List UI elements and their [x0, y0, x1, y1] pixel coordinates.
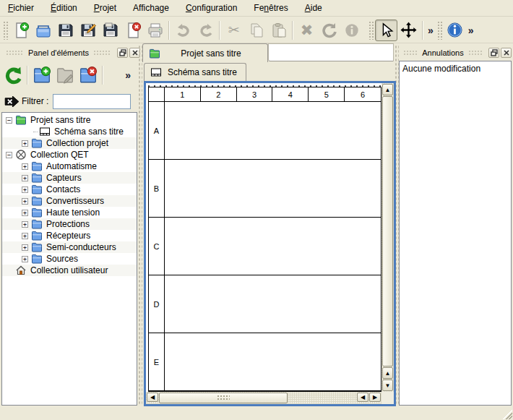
rotate-button[interactable]: [318, 20, 340, 41]
tree-item-protections[interactable]: + Protections: [2, 218, 137, 230]
close-icon: [503, 49, 510, 56]
toolbar-drag-handle[interactable]: [437, 21, 442, 40]
expand-toggle[interactable]: +: [22, 221, 28, 228]
undo-button[interactable]: [172, 20, 194, 41]
schema-icon: [39, 126, 51, 137]
toolbar-drag-handle[interactable]: [3, 21, 8, 40]
scroll-left-button-2[interactable]: ◀: [357, 393, 368, 402]
undo-list-item[interactable]: Aucune modification: [402, 64, 508, 74]
open-project-button[interactable]: [32, 20, 54, 41]
delete-element-button[interactable]: [77, 64, 99, 86]
expand-toggle[interactable]: +: [22, 256, 28, 262]
horizontal-scroll-thumb[interactable]: [159, 393, 288, 403]
toolbar-overflow-chevron[interactable]: »: [466, 25, 476, 36]
tree-item-schema-sans-titre[interactable]: Schéma sans titre: [2, 126, 137, 137]
edit-element-button[interactable]: [54, 64, 76, 86]
scrollbar-corner: [381, 392, 394, 404]
save-as-button[interactable]: [77, 20, 99, 41]
toolbar-overflow-chevron[interactable]: »: [426, 25, 436, 36]
collapse-toggle[interactable]: −: [6, 152, 12, 158]
expand-toggle[interactable]: +: [22, 140, 28, 147]
elements-panel-titlebar[interactable]: Panel d'éléments: [1, 46, 140, 59]
menu-aide[interactable]: Aide: [300, 1, 327, 14]
menu-edition[interactable]: Édition: [46, 1, 82, 14]
vertical-scrollbar[interactable]: ▲ ▲ ▼: [381, 83, 394, 392]
save-floppy-icon: [57, 22, 74, 39]
toolbar-separator: [168, 21, 170, 40]
tree-item-haute-tension[interactable]: + Haute tension: [2, 207, 137, 218]
new-project-button[interactable]: [9, 20, 32, 41]
collapse-toggle[interactable]: −: [6, 117, 12, 124]
tree-item-collection-utilisateur[interactable]: Collection utilisateur: [2, 265, 137, 276]
filter-input[interactable]: [53, 94, 131, 109]
cut-button[interactable]: ✂: [223, 20, 245, 41]
delete-button[interactable]: ✖: [296, 20, 318, 41]
menu-projet[interactable]: Projet: [89, 1, 121, 14]
diagram-canvas[interactable]: 1 2 3 4 5 6 A B C D E: [146, 83, 381, 392]
tree-item-projet-sans-titre[interactable]: − Projet sans titre: [2, 114, 137, 126]
expand-toggle[interactable]: +: [22, 175, 28, 181]
expand-toggle[interactable]: +: [22, 210, 28, 216]
info-gray-icon: [344, 22, 360, 38]
scroll-up-button[interactable]: ▲: [382, 84, 393, 95]
undo-panel-titlebar[interactable]: Annulations: [399, 46, 512, 59]
scroll-up-button-2[interactable]: ▲: [382, 367, 393, 379]
toolbar-drag-handle[interactable]: [368, 21, 374, 40]
right-arrow-icon: ▶: [373, 394, 377, 400]
save-all-icon: [102, 22, 119, 39]
selection-mode-button[interactable]: [375, 20, 397, 41]
schema-tab[interactable]: Schéma sans titre: [144, 63, 246, 81]
vertical-scroll-thumb[interactable]: [382, 96, 393, 367]
horizontal-scrollbar[interactable]: ◀ ◀ ▶: [146, 392, 381, 404]
expand-toggle[interactable]: +: [22, 163, 28, 170]
folder-icon: [31, 253, 43, 265]
printer-icon: [147, 22, 164, 39]
left-splitter-handle[interactable]: [138, 45, 142, 406]
menu-fichier[interactable]: Fichier: [3, 1, 39, 14]
new-element-button[interactable]: [31, 64, 53, 86]
menu-configuration[interactable]: Configuration: [181, 1, 242, 14]
clear-filter-button[interactable]: [2, 90, 21, 112]
tree-item-collection-qet[interactable]: − Collection QET: [2, 149, 137, 160]
float-panel-button[interactable]: [488, 48, 499, 58]
paste-button[interactable]: [267, 20, 290, 41]
element-info-button[interactable]: [340, 20, 363, 41]
print-button[interactable]: [144, 20, 166, 41]
tree-item-convertisseurs[interactable]: + Convertisseurs: [2, 195, 137, 207]
project-window-tab[interactable]: Projet sans titre: [142, 43, 268, 62]
expand-toggle[interactable]: +: [22, 233, 28, 239]
folder-pencil-icon: [56, 66, 74, 85]
expand-toggle[interactable]: +: [22, 187, 28, 193]
tree-item-sources[interactable]: + Sources: [2, 253, 137, 265]
expand-toggle[interactable]: +: [22, 244, 28, 251]
redo-button[interactable]: [194, 20, 217, 41]
clear-filter-icon: [4, 96, 20, 107]
about-button[interactable]: [444, 20, 466, 41]
reload-collections-button[interactable]: [2, 64, 24, 86]
undo-history-list[interactable]: Aucune modification: [399, 61, 512, 406]
expand-toggle[interactable]: +: [22, 198, 28, 205]
scroll-right-button[interactable]: ▶: [369, 393, 381, 402]
scroll-down-button[interactable]: ▼: [382, 380, 393, 391]
close-file-button[interactable]: [121, 20, 144, 41]
toolbar-separator: [27, 66, 28, 85]
copy-button[interactable]: [245, 20, 267, 41]
visualisation-mode-button[interactable]: [397, 20, 420, 41]
close-panel-button[interactable]: [501, 48, 512, 58]
window-size-grip[interactable]: [503, 410, 512, 419]
float-panel-button[interactable]: [117, 48, 128, 58]
tree-item-collection-projet[interactable]: + Collection projet: [2, 137, 137, 149]
tree-item-automatisme[interactable]: + Automatisme: [2, 160, 137, 172]
tree-item-semi-conducteurs[interactable]: + Semi-conducteurs: [2, 241, 137, 253]
diagram-view[interactable]: 1 2 3 4 5 6 A B C D E ▲ ▲ ▼ ◀ ◀ ▶: [144, 81, 396, 406]
tree-item-recepteurs[interactable]: + Récepteurs: [2, 230, 137, 241]
save-all-button[interactable]: [99, 20, 121, 41]
menu-affichage[interactable]: Affichage: [128, 1, 174, 14]
tree-item-capteurs[interactable]: + Capteurs: [2, 172, 137, 184]
up-arrow-icon: ▲: [385, 370, 391, 377]
menu-fenetres[interactable]: Fenêtres: [249, 1, 293, 14]
scroll-left-button[interactable]: ◀: [147, 393, 158, 402]
save-button[interactable]: [54, 20, 77, 41]
tree-item-contacts[interactable]: + Contacts: [2, 184, 137, 195]
panel-overflow-chevron[interactable]: »: [123, 69, 133, 81]
